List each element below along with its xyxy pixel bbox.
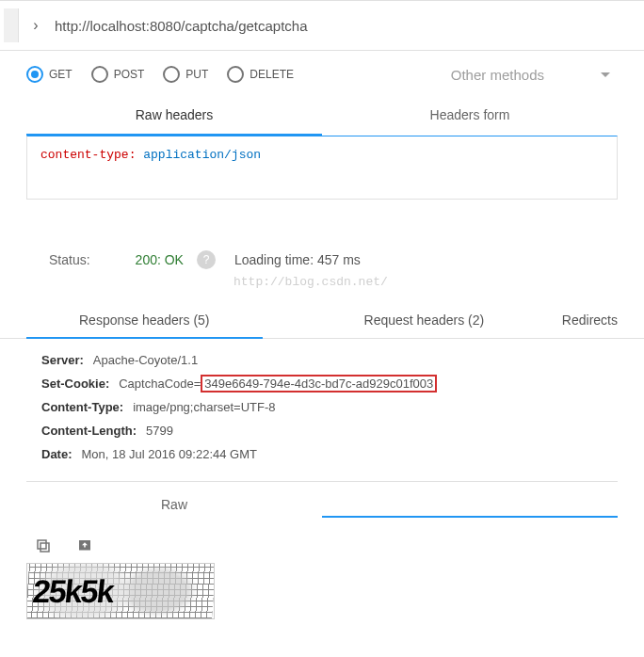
other-methods-dropdown[interactable]: Other methods [451,67,610,83]
body-actions [0,527,644,563]
tab-response-headers[interactable]: Response headers (5) [26,303,263,339]
copy-icon[interactable] [34,537,53,555]
method-delete[interactable]: DELETE [227,66,294,83]
method-get[interactable]: GET [26,66,72,83]
header-value: image/png;charset=UTF-8 [133,400,275,414]
header-value: CaptchaCode=349e6649-794e-4d3c-bd7c-ad92… [119,377,437,391]
help-icon[interactable]: ? [197,250,216,269]
other-methods-label: Other methods [451,67,544,83]
watermark-text: http://blog.csdn.net/ [233,275,388,289]
captcha-text: 25k5k [26,564,215,618]
radio-icon [227,66,244,83]
header-value: application/json [143,148,261,162]
tab-request-headers[interactable]: Request headers (2) [338,303,511,338]
header-row-content-type: Content-Type: image/png;charset=UTF-8 [41,395,618,419]
header-name: Date: [41,447,72,461]
header-row-date: Date: Mon, 18 Jul 2016 09:22:44 GMT [41,442,618,466]
header-row-server: Server: Apache-Coyote/1.1 [41,348,618,372]
captcha-image: 25k5k [26,563,215,619]
tab-redirects[interactable]: Redirects [536,303,618,338]
header-row-set-cookie: Set-Cookie: CaptchaCode=349e6649-794e-4d… [41,372,618,395]
header-value: Apache-Coyote/1.1 [93,353,198,367]
tab-headers-form[interactable]: Headers form [322,96,618,136]
header-row-content-length: Content-Length: 5799 [41,419,618,442]
method-label: GET [49,68,72,81]
tab-raw-body[interactable]: Raw [26,491,322,518]
method-post[interactable]: POST [91,66,145,83]
status-row: Status: 200: OK ? Loading time: 457 ms h… [0,250,644,269]
method-label: POST [114,68,145,81]
status-label: Status: [49,252,90,267]
header-name: Server: [41,353,84,367]
header-name: Content-Type: [41,400,123,414]
header-value: 5799 [146,424,173,438]
tab-raw-headers[interactable]: Raw headers [26,96,322,136]
history-handle[interactable] [4,8,19,42]
cookie-prefix: CaptchaCode= [119,377,201,391]
loading-time: Loading time: 457 ms [234,252,361,267]
tab-preview-body[interactable] [322,491,618,518]
header-key: content-type [40,148,129,162]
radio-icon [91,66,108,83]
download-icon[interactable] [75,537,94,555]
chevron-right-icon[interactable]: › [26,17,45,34]
radio-icon [26,66,43,83]
caret-down-icon [601,72,610,77]
method-label: PUT [185,68,208,81]
header-colon: : [129,148,137,162]
http-methods: GET POST PUT DELETE Other methods [0,51,644,96]
raw-headers-editor[interactable]: content-type: application/json [26,136,618,200]
header-value: Mon, 18 Jul 2016 09:22:44 GMT [82,447,257,461]
body-tabs: Raw [26,481,618,527]
response-headers-list: Server: Apache-Coyote/1.1 Set-Cookie: Ca… [0,339,644,475]
method-put[interactable]: PUT [163,66,208,83]
header-name: Content-Length: [41,424,137,438]
response-tabs: Response headers (5) Request headers (2)… [0,303,644,339]
header-name: Set-Cookie: [41,377,109,391]
radio-icon [163,66,180,83]
url-bar: › [0,0,644,51]
header-tabs: Raw headers Headers form [0,96,644,136]
cookie-highlight: 349e6649-794e-4d3c-bd7c-ad929c01f003 [201,375,437,393]
url-input[interactable] [55,14,633,38]
svg-rect-0 [40,543,49,552]
status-code: 200: OK [136,252,184,267]
method-label: DELETE [250,68,294,81]
svg-rect-1 [38,540,46,549]
